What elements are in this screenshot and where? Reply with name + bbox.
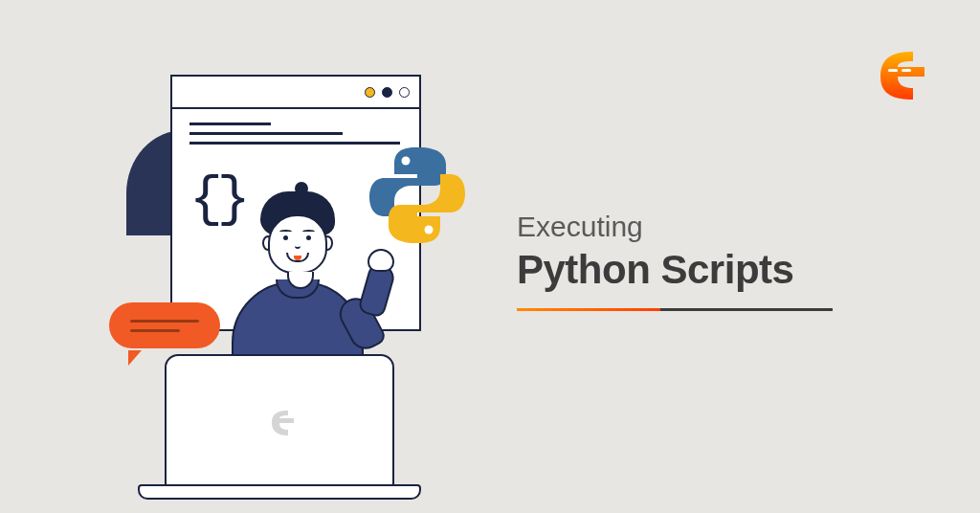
svg-rect-0 bbox=[888, 69, 898, 72]
browser-titlebar bbox=[172, 77, 419, 109]
svg-point-3 bbox=[425, 226, 434, 234]
page-title: Executing Python Scripts bbox=[517, 211, 833, 311]
svg-point-2 bbox=[402, 157, 411, 166]
window-dot-outline bbox=[399, 87, 410, 98]
title-underline bbox=[517, 308, 833, 311]
laptop-graphic bbox=[138, 354, 421, 500]
coding-ninjas-logo bbox=[867, 46, 924, 105]
laptop-back-logo bbox=[265, 408, 294, 438]
chat-bubble-icon bbox=[109, 302, 220, 360]
svg-rect-1 bbox=[902, 69, 911, 72]
title-prefix: Executing bbox=[517, 211, 833, 243]
python-logo-icon bbox=[368, 145, 467, 245]
hero-illustration: {} bbox=[86, 56, 450, 457]
title-main: Python Scripts bbox=[517, 247, 833, 293]
window-dot-dark bbox=[382, 87, 392, 98]
window-dot-yellow bbox=[365, 87, 375, 98]
